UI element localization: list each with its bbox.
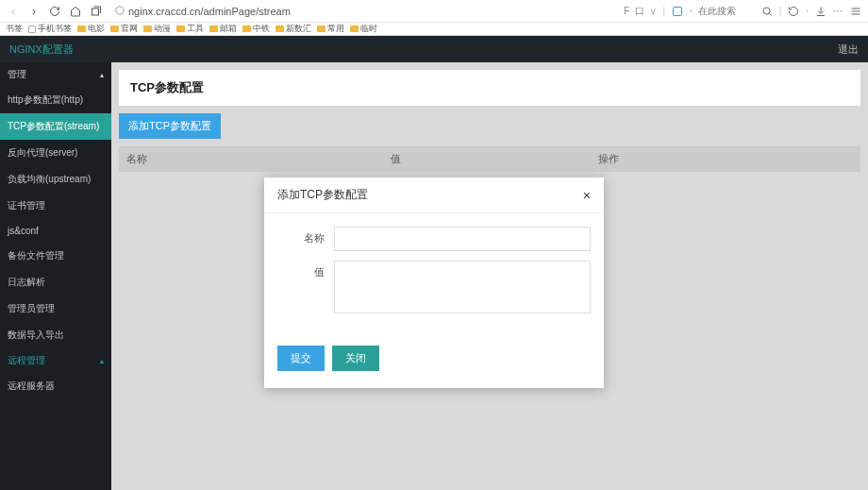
menu-icon[interactable] [849,5,862,18]
bookmark-label: 中铁 [253,23,270,35]
bookmark-label: 临时 [360,23,377,35]
bookmark-item[interactable]: 动漫 [143,23,171,35]
modal-header: 添加TCP参数配置 × [264,177,604,213]
folder-icon [275,25,284,32]
url-text: nginx.craccd.cn/adminPage/stream [128,6,291,17]
label-name: 名称 [277,227,334,245]
bookmark-label: 工具 [187,23,204,35]
refresh-icon[interactable] [47,4,62,19]
bookmark-label: 邮箱 [220,23,237,35]
label-value: 值 [277,261,334,279]
browser-toolbar: ‹ › nginx.craccd.cn/adminPage/stream F 口… [0,0,868,23]
folder-icon [317,25,326,32]
bookmark-item[interactable]: 工具 [176,23,204,35]
folder-icon [209,25,218,32]
translate-icon[interactable] [671,5,684,18]
address-bar[interactable]: nginx.craccd.cn/adminPage/stream [115,6,291,17]
modal-backdrop: 添加TCP参数配置 × 名称 值 提交 关闭 [0,36,868,490]
bookmark-label: 常用 [327,23,344,35]
bookmark-label: 手机书签 [38,23,72,35]
folder-icon [176,25,185,32]
form-row-name: 名称 [277,227,591,251]
close-button[interactable]: 关闭 [332,346,379,371]
back-icon[interactable]: ‹ [6,4,21,19]
bookmark-item[interactable]: 官网 [110,23,138,35]
submit-button[interactable]: 提交 [277,346,325,371]
bookmark-item[interactable]: 新数汇 [275,23,311,35]
bookmark-label: 新数汇 [286,23,311,35]
bookmark-label: 动漫 [154,23,171,35]
download-icon[interactable] [814,5,827,18]
bookmark-item[interactable]: 常用 [317,23,344,35]
reader-indicator[interactable]: F 口 ∨ [624,5,657,18]
dropdown-caret-icon[interactable]: · [806,7,808,15]
page-icon [28,25,36,33]
close-icon[interactable]: × [583,188,591,203]
tabs-icon[interactable] [89,4,104,19]
separator: | [779,6,782,16]
input-name[interactable] [334,227,591,251]
add-tcp-param-modal: 添加TCP参数配置 × 名称 值 提交 关闭 [264,177,604,388]
separator: | [662,6,665,16]
bookmark-label: 电影 [88,23,105,35]
browser-search-input[interactable] [698,6,755,16]
bookmark-item[interactable]: 手机书签 [28,23,72,35]
form-row-value: 值 [277,261,591,313]
modal-body: 名称 值 [264,213,604,336]
folder-icon [242,25,251,32]
search-hint-label: · [690,6,693,16]
bookmark-item[interactable]: 邮箱 [209,23,237,35]
home-icon[interactable] [68,4,83,19]
modal-footer: 提交 关闭 [264,336,604,388]
history-icon[interactable] [787,5,800,18]
svg-point-1 [116,6,124,13]
bookmarks-label: 书签 [6,23,23,35]
bookmark-label: 官网 [121,23,138,35]
forward-icon[interactable]: › [26,4,42,19]
bookmark-item[interactable]: 电影 [77,23,105,35]
bookmark-item[interactable]: 临时 [350,23,377,35]
search-icon[interactable] [760,5,774,18]
modal-title: 添加TCP参数配置 [277,187,368,203]
browser-right-controls: F 口 ∨ | · | · ··· [624,5,862,18]
bookmarks-bar: 书签 手机书签 电影 官网 动漫 工具 邮箱 中铁 新数汇 常用 临时 [0,23,868,36]
site-info-icon[interactable] [115,6,125,17]
folder-icon [110,25,119,32]
input-value[interactable] [334,261,591,313]
folder-icon [350,25,359,32]
bookmark-item[interactable]: 中铁 [242,23,270,35]
folder-icon [143,25,152,32]
svg-point-3 [763,8,770,14]
svg-rect-2 [674,7,682,15]
folder-icon [77,25,86,32]
more-icon[interactable]: ··· [833,6,843,16]
svg-rect-0 [92,8,99,15]
